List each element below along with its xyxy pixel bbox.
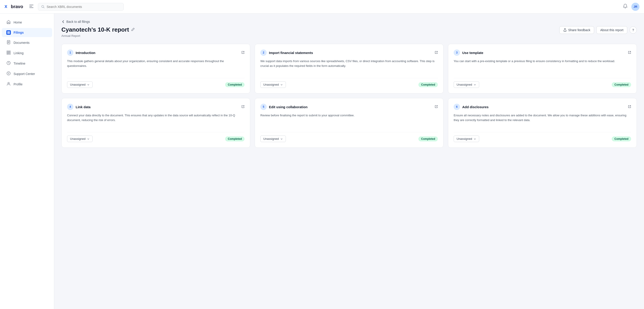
svg-rect-2 [29,6,32,6]
svg-point-18 [8,52,9,53]
card-description-2: We support data imports from various sou… [260,59,438,74]
svg-line-28 [436,51,438,52]
back-to-filings-link[interactable]: Back to all filings [62,20,637,24]
filings-icon [6,30,11,35]
card-title-row-4: 4 Link data [67,104,90,110]
svg-point-15 [8,51,9,52]
assignee-select-1[interactable]: Unassigned [67,81,92,88]
assignee-select-6[interactable]: Unassigned [454,136,479,142]
card-header-3: 3 Use template [454,50,631,56]
card-footer-2: Unassigned Completed [260,78,438,88]
chevron-down-icon [87,138,90,140]
external-link-icon-3[interactable] [628,51,631,55]
card-header-5: 5 Edit using collaboration [260,104,438,110]
sidebar-item-linking[interactable]: Linking [2,48,52,58]
search-input[interactable] [46,5,120,8]
chevron-down-icon [474,138,476,140]
card-header-2: 2 Import financial statements [260,50,438,56]
search-bar [38,3,124,10]
svg-line-32 [630,106,631,106]
svg-point-20 [7,54,8,54]
page-subtitle: Annual Report [62,34,135,38]
sidebar-item-home[interactable]: Home [2,18,52,27]
documents-icon [6,40,11,45]
card-title-row-3: 3 Use template [454,50,483,56]
card-description-3: You can start with a pre-existing templa… [454,59,631,74]
sidebar-item-support-label: Support Center [14,72,35,76]
sidebar-item-filings[interactable]: Filings [2,28,52,37]
card-footer-5: Unassigned Completed [260,132,438,142]
card-1: 1 Introduction This module gathers gener… [62,44,250,94]
card-title-1: Introduction [76,51,95,55]
assignee-select-3[interactable]: Unassigned [454,81,479,88]
sidebar-item-timeline-label: Timeline [14,62,25,65]
page-title: Cyanotech's 10-K report [62,26,135,33]
card-footer-3: Unassigned Completed [454,78,631,88]
search-icon [41,5,45,8]
main-layout: Home Filings [0,14,644,309]
svg-point-22 [10,54,10,54]
external-link-icon-5[interactable] [435,105,438,109]
card-title-4: Link data [76,105,90,109]
assignee-label-3: Unassigned [456,83,472,86]
card-5: 5 Edit using collaboration Review before… [255,98,444,148]
notification-bell-icon[interactable] [623,4,628,10]
share-icon [563,28,567,32]
svg-line-30 [243,106,244,106]
svg-rect-1 [29,5,34,5]
card-title-2: Import financial statements [269,51,313,55]
card-4: 4 Link data Connect your data directly t… [62,98,250,148]
back-arrow-icon [62,20,65,24]
card-description-1: This module gathers general details abou… [67,59,244,74]
external-link-icon-6[interactable] [628,105,631,109]
assignee-select-5[interactable]: Unassigned [260,136,286,142]
card-footer-1: Unassigned Completed [67,78,244,88]
svg-line-27 [243,51,244,52]
sidebar-toggle-button[interactable] [28,4,34,10]
status-badge-4: Completed [225,136,244,142]
sidebar-item-home-label: Home [14,20,22,24]
share-feedback-button[interactable]: Share feedback [559,26,594,34]
svg-point-19 [10,52,10,53]
logo-x: x [4,4,10,10]
svg-rect-7 [9,32,10,32]
sidebar-item-profile-label: Profile [14,82,22,86]
assignee-select-2[interactable]: Unassigned [260,81,286,88]
card-2: 2 Import financial statements We support… [255,44,444,94]
card-title-6: Add disclosures [462,105,489,109]
user-avatar[interactable]: JR [631,3,640,11]
assignee-label-2: Unassigned [263,83,279,86]
card-3: 3 Use template You can start with a pre-… [448,44,637,94]
linking-icon [6,50,11,56]
assignee-select-4[interactable]: Unassigned [67,136,92,142]
card-header-1: 1 Introduction [67,50,244,56]
card-6: 6 Add disclosures Ensure all necessary n… [448,98,637,148]
svg-point-21 [8,54,9,54]
sidebar-item-support[interactable]: ? Support Center [2,69,52,78]
svg-rect-3 [29,8,34,8]
about-report-button[interactable]: About this report [596,26,627,34]
svg-rect-8 [8,33,8,34]
status-badge-6: Completed [612,136,631,142]
svg-point-14 [7,51,8,52]
external-link-icon-2[interactable] [435,51,438,55]
sidebar-item-timeline[interactable]: Timeline [2,59,52,68]
card-description-6: Ensure all necessary notes and disclosur… [454,113,631,128]
step-badge-6: 6 [454,104,460,110]
help-button[interactable]: ? [630,26,637,34]
card-footer-4: Unassigned Completed [67,132,244,142]
header-actions: Share feedback About this report ? [559,26,637,34]
card-title-row-6: 6 Add disclosures [454,104,489,110]
edit-title-icon[interactable] [131,28,135,32]
sidebar-item-linking-label: Linking [14,51,24,55]
external-link-icon-4[interactable] [242,105,244,109]
main-content: Back to all filings Cyanotech's 10-K rep… [54,14,644,309]
home-icon [6,20,11,25]
sidebar-item-filings-label: Filings [14,31,24,34]
status-badge-3: Completed [612,82,631,87]
card-title-3: Use template [462,51,483,55]
sidebar-item-profile[interactable]: Profile [2,80,52,89]
external-link-icon-1[interactable] [242,51,244,55]
sidebar-item-documents[interactable]: Documents [2,38,52,48]
svg-line-5 [44,7,44,8]
